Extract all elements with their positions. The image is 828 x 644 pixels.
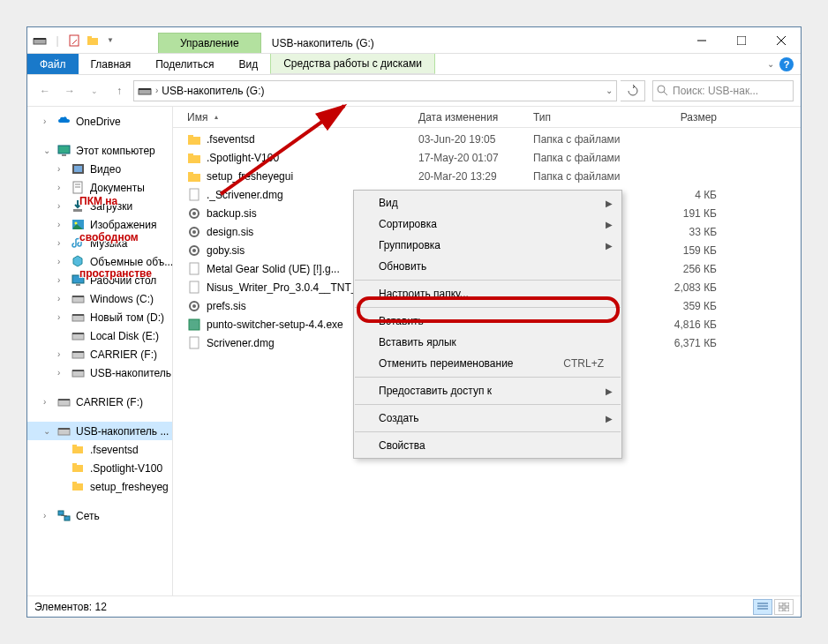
ctx-customize-folder[interactable]: Настроить папку... (354, 283, 621, 304)
ribbon-expand-icon[interactable]: ⌄ (767, 59, 774, 69)
recent-dropdown[interactable]: ⌄ (84, 80, 105, 101)
breadcrumb-dropdown-icon[interactable]: ⌄ (606, 86, 613, 95)
svg-point-11 (658, 86, 665, 93)
nav-fseventsd[interactable]: .fseventsd (27, 440, 172, 459)
svg-rect-51 (188, 154, 193, 156)
search-icon (657, 85, 669, 97)
svg-rect-28 (72, 314, 84, 316)
nav-network[interactable]: ›Сеть (27, 506, 172, 525)
qa-properties-icon[interactable] (68, 34, 82, 48)
nav-carrier-f-root[interactable]: ›CARRIER (F:) (27, 393, 172, 411)
forward-button[interactable]: → (59, 80, 80, 101)
ctx-group[interactable]: Группировка▶ (354, 235, 621, 256)
ctx-sort[interactable]: Сортировка▶ (354, 213, 621, 235)
nav-new-vol-d[interactable]: ›Новый том (D:) (27, 308, 172, 326)
manage-tab[interactable]: Управление (158, 33, 261, 53)
svg-rect-20 (73, 209, 82, 212)
maximize-button[interactable] (721, 27, 761, 53)
qa-dropdown-icon[interactable]: ▼ (103, 34, 117, 48)
ctx-separator (355, 404, 621, 405)
svg-line-47 (61, 515, 67, 516)
ribbon-tab-view[interactable]: Вид (226, 54, 270, 74)
nav-downloads[interactable]: ›Загрузки (27, 197, 172, 215)
ctx-undo-rename[interactable]: Отменить переименованиеCTRL+Z (354, 353, 621, 374)
svg-point-60 (192, 249, 196, 252)
thumbnails-view-button[interactable] (774, 599, 794, 615)
nav-setup-fresh[interactable]: setup_fresheyeg (27, 477, 172, 496)
ribbon-tab-file[interactable]: Файл (27, 54, 79, 74)
up-button[interactable]: ↑ (109, 80, 130, 101)
ctx-paste-shortcut[interactable]: Вставить ярлык (354, 332, 621, 353)
submenu-arrow-icon: ▶ (606, 241, 613, 251)
ctx-paste[interactable]: Вставить (354, 311, 621, 332)
search-placeholder: Поиск: USB-нак... (673, 85, 758, 97)
navigation-pane[interactable]: ›OneDrive ⌄Этот компьютер ›Видео ›Докуме… (27, 107, 173, 595)
details-view-button[interactable] (753, 599, 772, 615)
address-bar-row: ← → ⌄ ↑ › USB-накопитель (G:) ⌄ Поиск: U… (27, 75, 801, 107)
back-button[interactable]: ← (34, 80, 56, 101)
svg-rect-36 (58, 399, 70, 401)
ctx-give-access[interactable]: Предоставить доступ к▶ (354, 380, 621, 401)
nav-windows-c[interactable]: ›Windows (C:) (27, 289, 172, 308)
svg-line-12 (664, 92, 667, 95)
file-row[interactable]: .fseventsd03-Jun-20 19:05Папка с файлами (173, 130, 801, 148)
file-name: prefs.sis (207, 300, 246, 312)
nav-3d-objects[interactable]: ›Объемные объ... (27, 252, 172, 271)
file-row[interactable]: .Spotlight-V10017-May-20 01:07Папка с фа… (173, 148, 801, 167)
file-date: 03-Jun-20 19:05 (413, 133, 528, 146)
svg-rect-38 (58, 428, 70, 430)
svg-rect-32 (72, 351, 84, 353)
svg-rect-4 (87, 36, 92, 39)
search-box[interactable]: Поиск: USB-нак... (652, 80, 794, 101)
column-name[interactable]: Имя▴ (182, 111, 413, 124)
nav-music[interactable]: ›Музыка (27, 234, 172, 252)
file-size: 4 КБ (643, 189, 722, 201)
svg-rect-62 (190, 281, 199, 293)
svg-rect-52 (188, 174, 200, 182)
column-date[interactable]: Дата изменения (413, 111, 528, 124)
file-type: Папка с файлами (528, 133, 643, 146)
svg-rect-27 (72, 315, 84, 321)
nav-pictures[interactable]: ›Изображения (27, 215, 172, 234)
column-type[interactable]: Тип (528, 111, 643, 124)
nav-carrier-f[interactable]: ›CARRIER (F:) (27, 345, 172, 363)
ribbon-tab-share[interactable]: Поделиться (143, 54, 226, 74)
minimize-button[interactable] (681, 27, 721, 53)
svg-rect-24 (76, 284, 80, 286)
breadcrumb-chevron[interactable]: › (155, 86, 158, 95)
ribbon-tab-disk-tools[interactable]: Средства работы с дисками (270, 54, 435, 74)
refresh-button[interactable] (621, 80, 645, 101)
ctx-properties[interactable]: Свойства (354, 435, 621, 456)
svg-rect-50 (188, 155, 200, 163)
svg-rect-71 (785, 603, 789, 606)
nav-onedrive[interactable]: ›OneDrive (27, 112, 172, 131)
ctx-view[interactable]: Вид▶ (354, 192, 621, 213)
nav-spotlight[interactable]: .Spotlight-V100 (27, 459, 172, 477)
qa-newfolder-icon[interactable] (86, 34, 100, 48)
file-size: 33 КБ (643, 226, 722, 238)
nav-this-pc[interactable]: ⌄Этот компьютер (27, 141, 172, 160)
nav-usb-g[interactable]: ›USB-накопитель ... (27, 363, 172, 382)
submenu-arrow-icon: ▶ (606, 220, 613, 229)
help-icon[interactable]: ? (779, 57, 794, 71)
nav-videos[interactable]: ›Видео (27, 160, 172, 178)
file-name: goby.sis (207, 244, 245, 257)
nav-local-e[interactable]: Local Disk (E:) (27, 326, 172, 345)
quick-access-toolbar: | ▼ (27, 34, 123, 48)
ctx-refresh[interactable]: Обновить (354, 256, 621, 277)
column-size[interactable]: Размер (643, 111, 722, 124)
nav-desktop[interactable]: ›Рабочий стол (27, 271, 172, 289)
ribbon-tab-home[interactable]: Главная (79, 54, 144, 74)
file-row[interactable]: setup_fresheyegui20-Mar-20 13:29Папка с … (173, 167, 801, 185)
svg-rect-14 (62, 154, 66, 156)
ctx-create[interactable]: Создать▶ (354, 408, 621, 429)
breadcrumb-segment[interactable]: USB-накопитель (G:) (162, 85, 264, 97)
ctx-shortcut: CTRL+Z (563, 357, 604, 370)
nav-usb-g-root[interactable]: ⌄USB-накопитель ... (27, 422, 172, 440)
submenu-arrow-icon: ▶ (606, 414, 613, 423)
ctx-separator (355, 377, 621, 378)
ctx-separator (355, 431, 621, 432)
close-button[interactable] (761, 27, 801, 53)
address-bar[interactable]: › USB-накопитель (G:) ⌄ (133, 80, 617, 101)
nav-documents[interactable]: ›Документы (27, 178, 172, 197)
